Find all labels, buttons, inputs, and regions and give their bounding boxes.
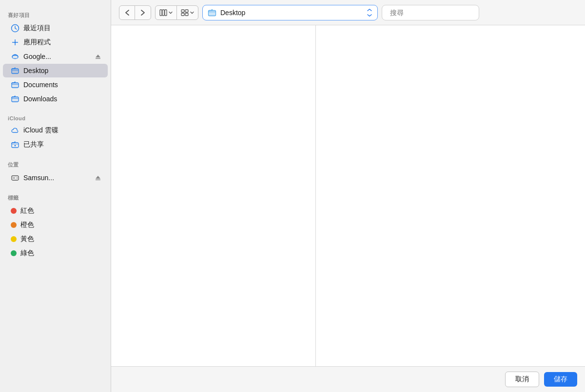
downloads-folder-icon	[11, 94, 20, 103]
google-label: Google...	[23, 53, 91, 60]
svg-rect-22	[185, 10, 188, 12]
svg-rect-18	[160, 10, 162, 16]
column-view-button[interactable]	[156, 6, 177, 19]
sidebar-item-shared[interactable]: 已共享	[3, 138, 108, 151]
locations-section-label: 位置	[0, 157, 111, 170]
yellow-dot	[11, 236, 17, 242]
svg-rect-23	[181, 13, 184, 16]
icloud-drive-icon	[11, 126, 20, 135]
forward-button[interactable]	[135, 6, 151, 19]
tags-section-label: 標籤	[0, 190, 111, 204]
sidebar-item-desktop[interactable]: Desktop	[3, 64, 108, 77]
svg-rect-25	[209, 10, 216, 16]
sidebar-item-red[interactable]: 紅色	[3, 204, 108, 218]
desktop-label: Desktop	[23, 67, 102, 75]
location-folder-icon	[208, 8, 216, 17]
icloud-drive-label: iCloud 雲碟	[23, 126, 102, 135]
back-button[interactable]	[119, 6, 135, 19]
content-area	[111, 25, 585, 366]
sidebar-item-documents[interactable]: Documents	[3, 78, 108, 92]
file-list-pane[interactable]	[111, 25, 316, 366]
downloads-label: Downloads	[23, 95, 102, 103]
applications-icon	[11, 38, 20, 47]
svg-rect-8	[12, 69, 19, 74]
preview-pane	[316, 25, 585, 366]
recents-label: 最近項目	[23, 24, 102, 33]
svg-point-12	[15, 145, 16, 147]
desktop-folder-icon	[11, 66, 20, 75]
sidebar-item-green[interactable]: 綠色	[3, 246, 108, 260]
svg-point-5	[12, 56, 18, 59]
sidebar: 喜好項目 最近項目 應用程式 Google...	[0, 0, 111, 392]
shared-icon	[11, 140, 20, 149]
green-label: 綠色	[20, 249, 102, 258]
search-input[interactable]	[390, 9, 475, 17]
sidebar-item-orange[interactable]: 橙色	[3, 218, 108, 232]
view-toggle	[155, 5, 198, 20]
documents-label: Documents	[23, 81, 102, 89]
red-dot	[11, 208, 17, 214]
documents-folder-icon	[11, 80, 20, 89]
save-button[interactable]: 儲存	[544, 372, 577, 387]
location-chevron-icon[interactable]	[367, 8, 372, 17]
search-bar[interactable]	[382, 5, 479, 20]
svg-rect-19	[162, 10, 164, 16]
bottom-bar: 取消 儲存	[111, 366, 585, 392]
svg-rect-21	[181, 10, 184, 12]
main-area: Desktop 取消 儲存	[111, 0, 585, 392]
green-dot	[11, 250, 17, 256]
svg-rect-24	[185, 13, 188, 16]
location-text: Desktop	[220, 9, 363, 17]
google-drive-icon	[11, 52, 20, 61]
svg-marker-6	[96, 55, 100, 57]
favorites-section-label: 喜好項目	[0, 8, 111, 21]
svg-rect-9	[12, 83, 19, 88]
nav-buttons	[119, 5, 151, 20]
sidebar-item-samsung[interactable]: Samsun...	[3, 171, 108, 185]
svg-rect-7	[96, 58, 100, 59]
sidebar-item-downloads[interactable]: Downloads	[3, 92, 108, 106]
applications-label: 應用程式	[23, 38, 102, 47]
svg-point-3	[15, 42, 16, 43]
toolbar: Desktop	[111, 0, 585, 25]
orange-label: 橙色	[20, 221, 102, 229]
orange-dot	[11, 222, 17, 228]
svg-rect-17	[96, 180, 100, 181]
svg-point-14	[17, 178, 18, 179]
sidebar-item-recents[interactable]: 最近項目	[3, 21, 108, 35]
sidebar-item-applications[interactable]: 應用程式	[3, 36, 108, 49]
samsung-label: Samsun...	[23, 174, 91, 182]
samsung-disk-icon	[11, 173, 20, 182]
samsung-eject-icon	[95, 174, 102, 181]
shared-label: 已共享	[23, 140, 102, 149]
red-label: 紅色	[20, 206, 102, 215]
sidebar-item-icloud-drive[interactable]: iCloud 雲碟	[3, 124, 108, 137]
svg-marker-16	[96, 176, 100, 179]
yellow-label: 黃色	[20, 235, 102, 243]
sidebar-item-yellow[interactable]: 黃色	[3, 232, 108, 246]
sidebar-item-google[interactable]: Google...	[3, 50, 108, 63]
recents-icon	[11, 24, 20, 33]
location-bar[interactable]: Desktop	[202, 5, 378, 20]
icloud-section-label: iCloud	[0, 112, 111, 123]
svg-rect-20	[165, 10, 167, 16]
svg-rect-10	[12, 97, 19, 102]
google-eject-icon	[95, 53, 102, 60]
cancel-button[interactable]: 取消	[505, 372, 539, 387]
grid-view-button[interactable]	[177, 6, 198, 19]
